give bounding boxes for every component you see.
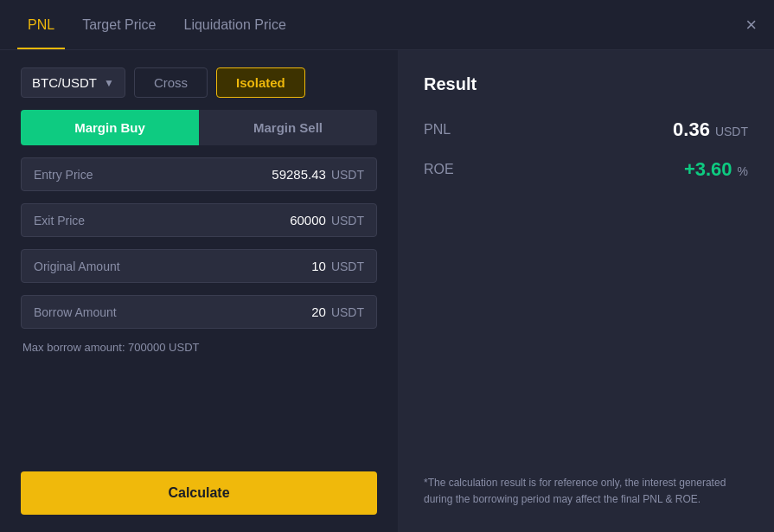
disclaimer-text: *The calculation result is for reference… bbox=[424, 475, 748, 508]
close-button[interactable]: × bbox=[745, 16, 757, 35]
tab-pnl[interactable]: PNL bbox=[17, 0, 65, 49]
direction-row: Margin Buy Margin Sell bbox=[21, 110, 377, 145]
pnl-label: PNL bbox=[424, 122, 451, 138]
pnl-value: 0.36 bbox=[673, 119, 710, 141]
roe-unit: % bbox=[738, 164, 748, 178]
borrow-amount-field[interactable]: Borrow Amount 20 USDT bbox=[21, 295, 377, 329]
entry-price-field[interactable]: Entry Price 59285.43 USDT bbox=[21, 157, 377, 191]
exit-price-value: 60000 bbox=[290, 213, 326, 228]
isolated-mode-button[interactable]: Isolated bbox=[216, 67, 305, 98]
borrow-amount-label: Borrow Amount bbox=[34, 305, 117, 319]
max-borrow-text: Max borrow amount: 700000 USDT bbox=[21, 341, 377, 354]
modal-container: PNL Target Price Liquidation Price × BTC… bbox=[0, 0, 774, 532]
roe-value-group: +3.60 % bbox=[684, 158, 748, 181]
result-title: Result bbox=[424, 74, 748, 94]
entry-price-label: Entry Price bbox=[34, 168, 93, 182]
roe-label: ROE bbox=[424, 162, 454, 177]
pnl-unit: USDT bbox=[715, 125, 748, 138]
pnl-value-group: 0.36 USDT bbox=[673, 119, 748, 141]
roe-row: ROE +3.60 % bbox=[424, 158, 748, 181]
tab-bar: PNL Target Price Liquidation Price × bbox=[0, 0, 774, 50]
symbol-value: BTC/USDT bbox=[32, 75, 97, 90]
margin-sell-button[interactable]: Margin Sell bbox=[199, 110, 377, 145]
exit-price-field[interactable]: Exit Price 60000 USDT bbox=[21, 203, 377, 237]
entry-price-value: 59285.43 bbox=[272, 167, 326, 182]
exit-price-label: Exit Price bbox=[34, 214, 85, 228]
main-content: BTC/USDT ▼ Cross Isolated Margin Buy Mar… bbox=[0, 50, 774, 532]
entry-price-value-row: 59285.43 USDT bbox=[272, 167, 364, 182]
left-panel: BTC/USDT ▼ Cross Isolated Margin Buy Mar… bbox=[0, 50, 398, 532]
borrow-amount-unit: USDT bbox=[331, 305, 364, 319]
exit-price-unit: USDT bbox=[331, 214, 364, 228]
original-amount-field[interactable]: Original Amount 10 USDT bbox=[21, 249, 377, 283]
margin-buy-button[interactable]: Margin Buy bbox=[21, 110, 199, 145]
original-amount-value: 10 bbox=[311, 259, 326, 273]
entry-price-unit: USDT bbox=[331, 168, 364, 182]
pnl-row: PNL 0.36 USDT bbox=[424, 119, 748, 141]
cross-mode-button[interactable]: Cross bbox=[134, 67, 208, 98]
calculate-button[interactable]: Calculate bbox=[21, 471, 377, 515]
tab-liquidation-price[interactable]: Liquidation Price bbox=[174, 0, 297, 49]
borrow-amount-value: 20 bbox=[311, 304, 326, 319]
mode-row: BTC/USDT ▼ Cross Isolated bbox=[21, 67, 377, 98]
original-amount-label: Original Amount bbox=[34, 260, 120, 273]
roe-value: +3.60 bbox=[684, 158, 732, 181]
tab-target-price[interactable]: Target Price bbox=[72, 0, 166, 49]
original-amount-value-row: 10 USDT bbox=[311, 259, 364, 273]
chevron-down-icon: ▼ bbox=[104, 77, 114, 89]
exit-price-value-row: 60000 USDT bbox=[290, 213, 364, 228]
symbol-select[interactable]: BTC/USDT ▼ bbox=[21, 67, 125, 98]
original-amount-unit: USDT bbox=[331, 260, 364, 273]
right-panel: Result PNL 0.36 USDT ROE +3.60 % *The ca… bbox=[398, 50, 774, 532]
borrow-amount-value-row: 20 USDT bbox=[311, 304, 364, 319]
